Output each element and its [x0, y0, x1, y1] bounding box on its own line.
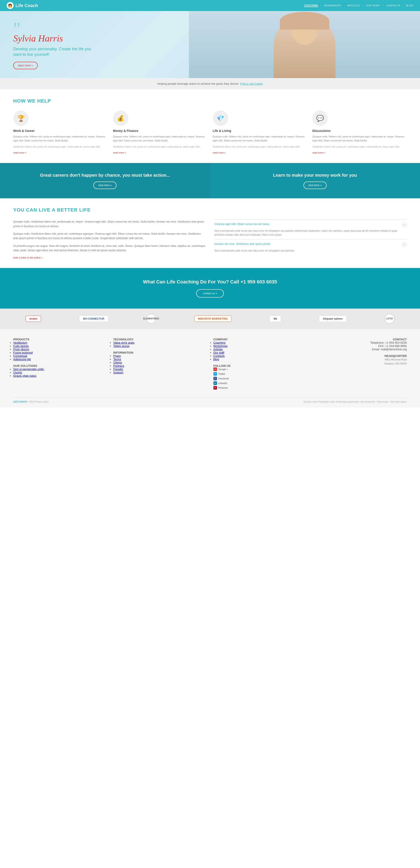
nav-coaching[interactable]: COACHING [304, 4, 318, 7]
discussions-read-more[interactable]: read more » [312, 151, 325, 154]
footer-company-title: COMPANY [213, 338, 307, 341]
discussions-body: Quisque nulla. Velbero nisl, porta ve sc… [312, 135, 407, 143]
hero-tagline: Develop your personality. Create the lif… [13, 46, 97, 57]
social-pinterest[interactable]: P Pinterest [213, 386, 307, 390]
tagline-bar: Helping people leverage action to achiev… [0, 78, 420, 89]
work-career-icon: 🏆 [13, 111, 29, 126]
cta-money-button[interactable]: click here » [303, 182, 327, 189]
discussions-icon: 💬 [312, 111, 328, 126]
logo[interactable]: 🧑 Life Coach [7, 2, 38, 9]
footer-email-label: Email: [372, 348, 380, 351]
hero-section: " Sylvia Harris Develop your personality… [0, 11, 420, 78]
footer-company-link-3[interactable]: Articles [213, 348, 223, 351]
footer-info-item-3: Clients [113, 361, 207, 364]
pinterest-icon: P [213, 386, 217, 390]
footer-solutions-link-2[interactable]: Clumis [13, 371, 22, 374]
google-label: Google + [218, 368, 228, 371]
footer-info-link-4[interactable]: Partners [113, 364, 124, 368]
social-twitter[interactable]: T Twitter [213, 372, 307, 376]
call-cta-text: What Can Life Coaching Do For You? Call … [143, 279, 277, 285]
life-living-read-more[interactable]: read more » [213, 151, 226, 154]
better-life-para-1: Quisque nulla. Vestibulum libero nisl, p… [13, 219, 206, 228]
write-letter-link[interactable]: write a letter to the author » [13, 256, 43, 259]
nav-sep-3: / [362, 4, 363, 7]
footer-info-link-1[interactable]: Praes [113, 354, 121, 358]
call-cta-section: What Can Life Coaching Do For You? Call … [0, 268, 420, 309]
footer-products-link-2[interactable]: Culis lacinia [13, 344, 28, 348]
contact-us-button[interactable]: contact us » [196, 289, 224, 298]
better-life-section: YOU CAN LIVE A BETTER LIFE Quisque nulla… [0, 198, 420, 268]
facebook-label: Facebook [218, 377, 229, 380]
google-icon: G [213, 368, 217, 371]
footer-tech-link-2[interactable]: Totem accus [113, 344, 129, 348]
accordion-title-2: Aenean nec eros. Vestibulum ante ipsum p… [214, 242, 270, 246]
work-career-read-more[interactable]: read more » [13, 151, 26, 154]
footer-tech-link-1[interactable]: Vaiue error araiu [113, 341, 134, 344]
logo-icon: 🧑 [7, 2, 14, 9]
learn-more-button[interactable]: learn more » [13, 62, 38, 69]
footer-tech-item-1: Vaiue error araiu [113, 341, 207, 344]
footer-products-item-3: Proin dictum [13, 348, 107, 351]
accordion-toggle-1[interactable]: + [402, 222, 407, 227]
footer-information-list: Praes Terms Clients Partners Paradis Sup… [113, 354, 207, 374]
footer-company-item-4: Our staff [213, 351, 307, 354]
life-living-body: Quisque nulla. Velbero nisl, porta ve sc… [213, 135, 307, 143]
hero-image [189, 11, 420, 78]
footer-company-link-5[interactable]: Contacts [213, 354, 225, 358]
footer-info-link-2[interactable]: Terms [113, 358, 121, 361]
footer-company-link-6[interactable]: Blog [213, 358, 219, 361]
footer-solutions-link-1[interactable]: Sed ut perspiciatis unibi. [13, 368, 44, 371]
cta-money-text: Learn to make your money work for you [273, 172, 357, 178]
help-card-life-living: 💎 Life & Living Quisque nulla. Velbero n… [213, 111, 307, 154]
accordion-header-2[interactable]: Aenean nec eros. Vestibulum ante ipsum p… [214, 242, 407, 247]
cta-careers-button[interactable]: click here » [93, 182, 117, 189]
help-card-discussions: 💬 Discussions Quisque nulla. Velbero nis… [312, 111, 407, 154]
money-finance-read-more[interactable]: read more » [113, 151, 126, 154]
footer-fax-row: FAX: +1 504 889 9856 [313, 344, 407, 348]
nav-workshops[interactable]: WORKSHOPS [324, 4, 341, 7]
accordion-title-1: Vivamus eget nibh. Etiam cursus leo vel … [214, 223, 270, 226]
better-life-title: YOU CAN LIVE A BETTER LIFE [13, 207, 407, 213]
footer-col-company: COMPANY Coaching Workshops Articles Our … [213, 338, 307, 391]
footer-info-link-3[interactable]: Clients [113, 361, 122, 364]
footer-follow-title: FOLLOW US [213, 364, 307, 368]
footer-info-link-5[interactable]: Paradis [113, 368, 123, 371]
footer-products-link-5[interactable]: Consequat [13, 354, 27, 358]
footer-products-link-4[interactable]: Fusce euismod [13, 351, 33, 354]
accordion-header-1[interactable]: Vivamus eget nibh. Etiam cursus leo vel … [214, 222, 407, 227]
footer-company-link-1[interactable]: Coaching [213, 341, 226, 344]
footer-contact-title: CONTACT [313, 338, 407, 341]
find-life-coach-link[interactable]: Find a Life Coach [240, 82, 263, 85]
nav-articles[interactable]: ARTICLES [347, 4, 360, 7]
nav-sep-4: / [383, 4, 384, 7]
life-living-title: Life & Living [213, 129, 307, 132]
hero-content: " Sylvia Harris Develop your personality… [13, 20, 97, 69]
nav-our-staff[interactable]: OUR STAFF [366, 4, 380, 7]
accordion-toggle-2[interactable]: + [402, 242, 407, 247]
footer-info-link-6[interactable]: Support [113, 371, 123, 374]
footer-fax-label: FAX: [378, 344, 384, 348]
footer-products-item-4: Fusce euismod [13, 351, 107, 354]
footer-company-link-4[interactable]: Our staff [213, 351, 224, 354]
partner-m4: M4 CONNECTUR [79, 316, 108, 322]
footer-solutions-item-1: Sed ut perspiciatis unibi. [13, 368, 107, 371]
footer-telephone-row: Telephone: +1 959 603 6035 [313, 341, 407, 344]
social-facebook[interactable]: f Facebook [213, 377, 307, 380]
footer-solutions-link-3[interactable]: Grauis vitae natus [13, 374, 36, 377]
footer-company-link-2[interactable]: Workshops [213, 344, 228, 348]
main-nav: COACHING / WORKSHOPS / ARTICLES / OUR ST… [304, 4, 413, 7]
footer-col-products: PRODUCTS Vestibulum Culis lacinia Proin … [13, 338, 107, 391]
footer-hq-title: HEADQUARTER [313, 354, 407, 358]
social-linkedin[interactable]: in LinkedIn [213, 381, 307, 385]
facebook-icon: f [213, 377, 217, 380]
footer-products-link-6[interactable]: Adipiscing elit [13, 358, 31, 361]
twitter-label: Twitter [218, 373, 226, 375]
header: 🧑 Life Coach COACHING / WORKSHOPS / ARTI… [0, 0, 420, 11]
footer-tech-item-2: Totem accus [113, 344, 207, 348]
better-life-accordion-col: Vivamus eget nibh. Etiam cursus leo vel … [214, 219, 407, 259]
nav-blog[interactable]: BLOG [406, 4, 413, 7]
nav-contacts[interactable]: CONTACTS [386, 4, 400, 7]
footer-products-link-1[interactable]: Vestibulum [13, 341, 27, 344]
social-google[interactable]: G Google + [213, 368, 307, 371]
footer-products-link-3[interactable]: Proin dictum [13, 348, 29, 351]
